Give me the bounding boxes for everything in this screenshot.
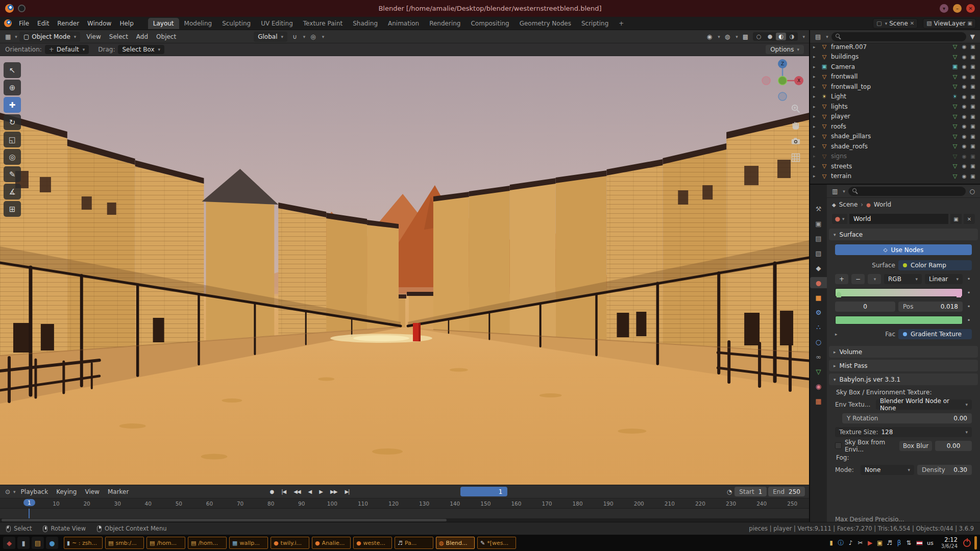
properties-tab[interactable]	[810, 218, 827, 229]
expand-arrow-icon[interactable]	[813, 64, 820, 69]
menu-button[interactable]: View	[82, 32, 105, 42]
outliner-row[interactable]: buildings	[810, 52, 980, 62]
taskbar-window-button[interactable]: weste...	[353, 537, 392, 549]
auto-key-record-button[interactable]	[266, 488, 277, 495]
outliner-editor-icon[interactable]: ▤	[814, 33, 822, 40]
skybox-from-env-checkbox[interactable]	[835, 442, 842, 449]
end-frame-field[interactable]: End 250	[768, 487, 805, 496]
expand-arrow-icon[interactable]	[813, 74, 820, 79]
color-ramp-gradient[interactable]	[835, 288, 963, 297]
scene-selector[interactable]: ▢ ▾ Scene ✕	[873, 18, 918, 29]
outliner-row[interactable]: Camera	[810, 62, 980, 72]
render-visibility-icon[interactable]	[969, 84, 977, 89]
hide-eye-icon[interactable]	[960, 104, 969, 109]
taskbar-window-button[interactable]: twily.i...	[271, 537, 309, 549]
pan-hand-icon[interactable]	[791, 120, 801, 130]
hide-eye-icon[interactable]	[960, 163, 969, 169]
play-button[interactable]	[316, 488, 326, 495]
render-visibility-icon[interactable]	[969, 44, 977, 49]
workspace-tab[interactable]: Geometry Nodes	[514, 18, 576, 29]
tool-select-box-button[interactable]: ↖	[4, 62, 21, 78]
properties-search-input[interactable]	[848, 187, 966, 196]
close-icon[interactable]: ✕	[910, 20, 914, 26]
start-frame-field[interactable]: Start 1	[734, 487, 767, 496]
window-minimize-button[interactable]	[953, 4, 962, 13]
render-visibility-icon[interactable]	[969, 154, 977, 159]
decorator-dot-icon[interactable]	[966, 317, 972, 324]
3d-viewport-scene[interactable]: Z X	[0, 43, 809, 485]
prev-keyframe-button[interactable]	[290, 488, 303, 495]
tool-cursor-button[interactable]: ⊕	[4, 80, 21, 95]
tool-annotate-button[interactable]: ✎	[4, 166, 21, 182]
timeline-ruler[interactable]: 1 10 20 30 40 50 60 70 80 90 100 110 120…	[0, 498, 809, 509]
tool-transform-button[interactable]: ◎	[4, 149, 21, 165]
render-visibility-icon[interactable]	[969, 64, 977, 69]
workspace-tab[interactable]: Modeling	[179, 18, 217, 29]
outliner-row[interactable]: signs	[810, 152, 980, 162]
properties-tab[interactable]	[810, 395, 827, 407]
outliner-row[interactable]: shade_roofs	[810, 141, 980, 152]
outliner-row[interactable]: player	[810, 112, 980, 122]
fake-user-button[interactable]: ▣	[950, 214, 962, 224]
shading-rendered-button[interactable]: ◑	[787, 33, 797, 40]
workspace-tab[interactable]: Animation	[383, 18, 424, 29]
unlink-button[interactable]: ✕	[964, 214, 975, 224]
shading-material-button[interactable]: ◐	[776, 33, 786, 40]
expand-arrow-icon[interactable]	[813, 44, 820, 49]
viewlayer-selector[interactable]: ▧ ViewLayer ▣	[923, 18, 976, 29]
render-visibility-icon[interactable]	[969, 173, 977, 179]
taskbar-window-button[interactable]: ~ : zsh...	[64, 537, 103, 549]
render-visibility-icon[interactable]	[969, 54, 977, 60]
camera-view-icon[interactable]	[791, 136, 801, 146]
mist-pass-panel-header[interactable]: ▸ Mist Pass	[829, 360, 978, 371]
render-visibility-icon[interactable]	[969, 74, 977, 80]
app-menu-icon[interactable]	[3, 537, 15, 549]
box-blur-field[interactable]: 0.00	[935, 441, 972, 451]
menu-button[interactable]: Help	[115, 18, 137, 29]
properties-tab[interactable]	[810, 336, 827, 347]
ramp-stop-right[interactable]	[957, 291, 961, 297]
transform-orientation-select[interactable]: Global ▾	[254, 32, 287, 42]
add-workspace-button[interactable]: +	[615, 19, 628, 28]
workspace-tab[interactable]: Compositing	[465, 18, 514, 29]
volume-panel-header[interactable]: ▸ Volume	[829, 346, 978, 358]
stop-index-field[interactable]: 0	[835, 302, 895, 312]
play-reverse-button[interactable]	[305, 488, 315, 495]
decorator-dot-icon[interactable]	[966, 289, 972, 296]
window-shade-button[interactable]	[940, 4, 948, 13]
properties-tab[interactable]	[810, 366, 827, 377]
tool-move-button[interactable]: ✚	[4, 97, 21, 113]
taskbar-window-button[interactable]: /hom...	[188, 537, 227, 549]
hide-eye-icon[interactable]	[960, 114, 969, 119]
expand-arrow-icon[interactable]	[813, 164, 820, 169]
taskbar-window-button[interactable]: smb:/...	[105, 537, 144, 549]
add-stop-button[interactable]: +	[835, 274, 848, 284]
expand-arrow-icon[interactable]	[813, 114, 820, 119]
browser-icon[interactable]	[46, 537, 58, 549]
power-icon[interactable]	[963, 539, 971, 547]
gizmo-neg-z-axis[interactable]	[778, 92, 787, 101]
copy-icon[interactable]: ▣	[968, 20, 972, 26]
box-blur-button[interactable]: Box Blur	[899, 441, 932, 451]
ramp-stop-left[interactable]	[837, 291, 841, 297]
hide-eye-icon[interactable]	[960, 64, 969, 69]
hide-eye-icon[interactable]	[960, 94, 969, 99]
workspace-tab[interactable]: Shading	[348, 18, 383, 29]
filter-icon[interactable]: ▼	[969, 33, 976, 40]
outliner-row[interactable]: roofs	[810, 121, 980, 132]
hide-eye-icon[interactable]	[960, 84, 969, 89]
outliner-row[interactable]: streets	[810, 161, 980, 171]
fog-density-field[interactable]: Density 0.30	[917, 465, 972, 475]
ramp-color-swatch[interactable]	[835, 316, 963, 324]
files-icon[interactable]	[32, 537, 44, 549]
play-icon[interactable]: ▶	[865, 539, 875, 546]
editor-type-icon[interactable]: ▦	[4, 33, 12, 40]
taskbar-window-button[interactable]: /hom...	[146, 537, 185, 549]
properties-tab[interactable]	[810, 351, 827, 362]
menu-button[interactable]: Add	[132, 32, 152, 42]
player-object[interactable]	[413, 323, 421, 341]
babylon-panel-header[interactable]: ▾ Babylon.js ver 3.3.1	[829, 373, 978, 385]
surface-panel-header[interactable]: ▾ Surface	[829, 229, 978, 240]
toggle-xray-icon[interactable]: ▩	[742, 33, 749, 40]
properties-tab[interactable]	[810, 233, 827, 244]
